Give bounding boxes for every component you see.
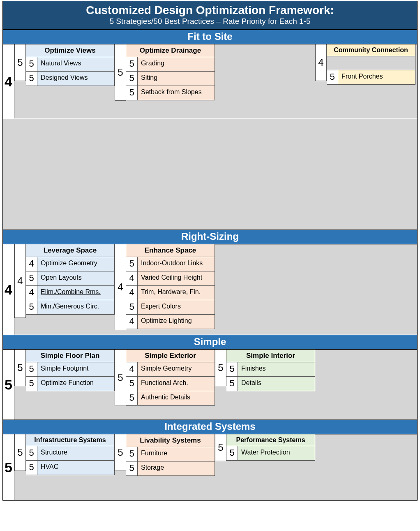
subtitle: 5 Strategies/50 Best Practices – Rate Pr… [3,17,417,26]
item-score: 5 [26,57,37,71]
item-label: Optimize Function [37,377,114,391]
group-title: Community Connection [327,44,415,56]
item-score: 5 [26,446,37,460]
item-score: 5 [126,86,138,100]
strategy-row: 4 5 Optimize Views 5Natural Views 5Desig… [3,44,417,118]
strategy-row: 4 4 Leverage Space 4Optimize Geometry 5O… [3,244,417,335]
item-score: 5 [26,377,37,391]
item-score: 5 [26,362,37,376]
item-score: 5 [126,461,138,475]
item-score: 5 [26,72,37,86]
item-score: 5 [26,461,37,475]
group-score: 4 [14,244,26,318]
group-title: Optimize Drainage [126,44,215,57]
strategy-overall-score: 5 [3,350,14,420]
item-label: Authentic Details [138,391,215,405]
item-score: 5 [26,271,37,285]
item-score: 5 [126,377,138,391]
item-score: 5 [126,447,138,461]
item-score: 4 [26,286,37,300]
group-score: 5 [215,434,226,461]
item-label: Optimize Lighting [138,315,215,329]
item-score: 5 [126,391,138,405]
group-score: 4 [115,244,126,330]
item-label: Optimize Geometry [37,257,114,271]
item-label: Simple Footprint [37,362,114,376]
item-score: 5 [126,57,138,71]
group-score: 5 [215,350,226,386]
item-label: Furniture [138,447,215,461]
title: Customized Design Optimization Framework… [3,4,417,17]
strategy-header: Integrated Systems [3,420,417,434]
blank-region [3,118,417,230]
item-label: Details [238,377,315,391]
strategy-header: Right-Sizing [3,230,417,244]
group-score: 5 [14,44,26,81]
group-title: Simple Interior [226,350,315,362]
item-label: HVAC [37,461,114,475]
item-label: Open Layouts [37,271,114,285]
group-score: 5 [14,434,26,471]
strategy-overall-score: 4 [3,244,14,335]
item-label: Indoor-Outdoor Links [138,257,215,271]
strategy-header: Simple [3,335,417,350]
item-score: 5 [226,362,238,376]
item-label: Front Porches [338,70,415,84]
group-score: 5 [115,44,126,101]
item-label: Designed Views [37,72,114,86]
item-label: Grading [138,57,215,71]
item-score: 4 [126,286,138,300]
item-label: Siting [138,72,215,86]
item-label: Setback from Slopes [138,86,215,100]
group-title: Livability Systems [126,434,215,447]
item-label: Expert Colors [138,300,215,314]
item-score: 5 [26,300,37,314]
item-label: Elim./Combine Rms. [37,286,114,300]
group-score: 4 [315,44,327,81]
item-label: Storage [138,461,215,475]
item-label: Water Protection [238,446,315,460]
item-label: Simple Geometry [138,362,215,376]
item-score: 5 [126,257,138,271]
group-title: Performance Systems [226,434,315,446]
group-title: Infrastructure Systems [26,434,115,446]
strategy-row: 5 5 Simple Floor Plan 5Simple Footprint … [3,350,417,420]
strategy-overall-score: 5 [3,434,14,500]
group-score: 5 [115,434,126,471]
item-label: Functional Arch. [138,377,215,391]
item-score: 5 [126,72,138,86]
item-score: 4 [126,362,138,376]
group-score: 5 [115,350,126,406]
strategy-header: Fit to Site [3,30,417,44]
item-score: 5 [327,70,338,84]
item-label: Trim, Hardware, Fin. [138,286,215,300]
item-label: Structure [37,446,114,460]
group-title: Enhance Space [126,244,215,257]
group-title: Simple Floor Plan [26,350,115,362]
item-score: 5 [226,377,238,391]
item-label: Varied Ceiling Height [138,271,215,285]
group-title: Leverage Space [26,244,115,257]
strategy-row: 5 5 Infrastructure Systems 5Structure 5H… [3,434,417,500]
title-bar: Customized Design Optimization Framework… [3,1,417,30]
item-score: 4 [26,257,37,271]
item-score: 5 [126,300,138,314]
strategy-overall-score: 4 [3,44,14,118]
group-score: 5 [14,350,26,386]
group-title: Simple Exterior [126,350,215,362]
item-score: 4 [126,271,138,285]
item-label: Natural Views [37,57,114,71]
group-title: Optimize Views [26,44,115,57]
item-label: Finishes [238,362,315,376]
item-score: 5 [226,446,238,460]
framework-table: Customized Design Optimization Framework… [2,1,418,501]
item-label: Min./Generous Circ. [37,300,114,314]
item-score: 4 [126,315,138,329]
